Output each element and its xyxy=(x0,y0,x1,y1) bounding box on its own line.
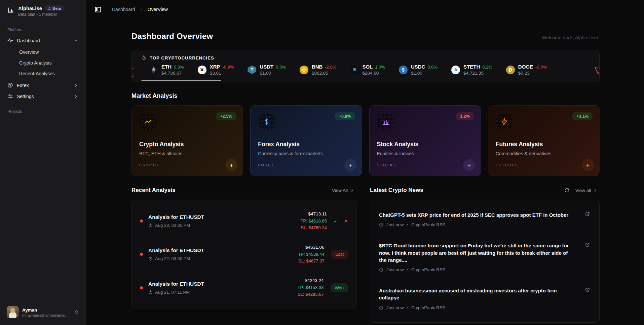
analysis-title: Analysis for ETHUSDT xyxy=(148,214,204,220)
breadcrumb: Dashboard OverView xyxy=(112,7,168,12)
sidebar-item-settings[interactable]: Settings xyxy=(5,91,81,102)
card-subtitle: BTC, ETH & altcoins xyxy=(139,151,235,156)
page-content: Dashboard Overview Welcome back, Alpha U… xyxy=(86,19,644,325)
analysis-title: Analysis for ETHUSDT xyxy=(148,281,204,287)
ticker-item-eth[interactable]: ETH0.3% $4,736.67 xyxy=(149,64,184,76)
red-dot-icon xyxy=(140,219,143,222)
add-crypto-analysis-button[interactable]: + xyxy=(225,159,237,171)
breadcrumb-overview: OverView xyxy=(148,7,168,12)
ticker-item-doge[interactable]: Ð DOGE-3.0% $0.23 xyxy=(506,64,547,76)
news-title: $BTC Good bounce from support on Friday … xyxy=(379,242,575,263)
clock-icon xyxy=(379,268,383,272)
ticker-symbol: XRP xyxy=(210,64,220,70)
ticker-item-steth[interactable]: STETH0.2% $4,721.35 xyxy=(451,64,492,76)
ticker-price: $862.85 xyxy=(312,71,336,76)
change-badge: +0.8% xyxy=(335,112,355,120)
refresh-button[interactable] xyxy=(564,188,569,193)
analysis-row-2[interactable]: Analysis for ETHUSDT Aug 22, 03:50 PM $4… xyxy=(140,244,348,265)
ticker-item-usdt[interactable]: T USDT0.0% $1.00 xyxy=(248,64,286,76)
ticker-symbol: STETH xyxy=(463,64,480,70)
analysis-price: $4631.06 xyxy=(298,244,324,251)
external-link-icon[interactable] xyxy=(585,287,590,292)
card-subtitle: Commodities & derivatives xyxy=(496,151,592,156)
mark-won-button[interactable]: ✓ xyxy=(334,218,338,224)
analysis-tp: TP: $4538.44 xyxy=(298,251,324,258)
news-source: CryptoPanic RSS xyxy=(411,267,445,272)
analysis-row-1[interactable]: Analysis for ETHUSDT Aug 23, 02:35 PM $4… xyxy=(140,211,348,231)
usdc-icon: $ xyxy=(399,66,408,74)
analysis-price: $4243.24 xyxy=(297,277,324,284)
clock-icon xyxy=(148,256,153,261)
analysis-row-3[interactable]: Analysis for ETHUSDT Aug 21, 07:11 PM $4… xyxy=(140,277,348,298)
ticker-change: 0.0% xyxy=(427,65,438,70)
news-item-2[interactable]: $BTC Good bounce from support on Friday … xyxy=(379,242,591,272)
ticker-symbol: USDC xyxy=(411,64,425,70)
user-email: mr.aymanazhar.m@gmai... xyxy=(22,313,69,317)
sidebar-item-recent-analyses[interactable]: Recent-Analyses xyxy=(10,68,81,79)
activity-icon xyxy=(7,38,13,43)
user-name: Ayman xyxy=(22,308,69,313)
ticker-price: $1.00 xyxy=(411,71,438,76)
futures-analysis-card[interactable]: +3.1% Futures Analysis Commodities & der… xyxy=(488,105,600,176)
user-menu[interactable]: Ayman mr.aymanazhar.m@gmai... xyxy=(5,304,81,320)
sidebar-item-crypto-analysis[interactable]: Crypto Analysis xyxy=(10,57,81,68)
analysis-date: Aug 21, 07:11 PM xyxy=(155,290,190,295)
analysis-date: Aug 23, 02:35 PM xyxy=(155,223,190,228)
market-analysis-title: Market Analysis xyxy=(131,92,600,99)
external-link-icon[interactable] xyxy=(585,242,590,247)
chevron-right-icon xyxy=(139,7,144,12)
recent-view-all-link[interactable]: View All xyxy=(330,188,356,193)
workspace-header[interactable]: AlphaLise Beta Beta plan • 1 member xyxy=(5,4,81,18)
ticker-symbol: SOL xyxy=(362,64,373,70)
news-time: Just now xyxy=(386,305,404,310)
ticker-clipped-item-right xyxy=(594,66,600,76)
analysis-tp: TP: $4618.85 xyxy=(301,218,327,225)
analysis-sl: SL: $4677.37 xyxy=(298,258,324,265)
ticker-change: 0.2% xyxy=(482,65,492,70)
news-view-all-link[interactable]: View all xyxy=(573,188,600,193)
add-forex-analysis-button[interactable]: + xyxy=(344,159,356,171)
ticker-change: -3.0% xyxy=(535,65,547,70)
ticker-price: $204.60 xyxy=(362,71,385,76)
chevron-up-down-icon xyxy=(74,310,79,315)
analysis-title: Analysis for ETHUSDT xyxy=(148,247,204,253)
news-item-1[interactable]: ChatGPT-5 sets XRP price for end of 2025… xyxy=(379,211,591,227)
sidebar-item-dashboard[interactable]: Dashboard xyxy=(5,35,81,46)
recent-analysis-card: Analysis for ETHUSDT Aug 23, 02:35 PM $4… xyxy=(131,200,356,309)
sidebar-item-overview[interactable]: Overview xyxy=(10,47,81,57)
add-stock-analysis-button[interactable]: + xyxy=(463,159,475,171)
app-root: AlphaLise Beta Beta plan • 1 member Plat… xyxy=(0,0,644,325)
ticker-row: ETH0.3% $4,736.67 ✕ XRP-0.9% $3.01 T xyxy=(132,64,599,76)
ticker-item-usdc[interactable]: $ USDC0.0% $1.00 xyxy=(399,64,438,76)
sidebar-item-forex[interactable]: Forex xyxy=(5,80,81,91)
ticker-item-xrp[interactable]: ✕ XRP-0.9% $3.01 xyxy=(198,64,234,76)
usdt-icon: T xyxy=(248,66,256,74)
analysis-tp: TP: $4158.38 xyxy=(297,284,324,291)
analysis-sl: SL: $4760.24 xyxy=(301,225,327,231)
ticker-item-sol[interactable]: SOL1.0% $204.60 xyxy=(350,64,385,76)
add-futures-analysis-button[interactable]: + xyxy=(582,159,594,171)
breadcrumb-dashboard[interactable]: Dashboard xyxy=(112,7,135,12)
status-badge-won: Won xyxy=(331,283,348,292)
clock-icon xyxy=(148,290,153,294)
mark-lost-button[interactable]: ✕ xyxy=(344,218,348,224)
red-dot-icon xyxy=(140,286,143,289)
card-tag: CRYPTO xyxy=(139,163,159,167)
refresh-icon xyxy=(564,188,569,193)
sidebar-toggle-button[interactable] xyxy=(93,5,102,14)
dot-separator: • xyxy=(407,222,408,227)
sol-icon xyxy=(350,66,359,74)
ticker-symbol: ETH xyxy=(161,64,172,70)
external-link-icon[interactable] xyxy=(585,212,590,216)
ticker-item-bnb[interactable]: BNB-2.8% $862.85 xyxy=(300,64,336,76)
crypto-analysis-card[interactable]: +2.5% Crypto Analysis BTC, ETH & altcoin… xyxy=(131,105,243,176)
ticker-scrollbar[interactable] xyxy=(141,80,221,81)
card-subtitle: Equities & indices xyxy=(377,151,473,156)
chevron-right-icon xyxy=(74,83,78,88)
news-item-3[interactable]: Australian businessman accused of mislea… xyxy=(379,287,591,310)
change-badge: +3.1% xyxy=(572,112,593,120)
forex-analysis-card[interactable]: +0.8% Forex Analysis Currency pairs & fo… xyxy=(250,105,362,176)
chevron-down-icon xyxy=(74,38,78,43)
ticker-change: -0.9% xyxy=(222,65,234,70)
stock-analysis-card[interactable]: 1.2% Stock Analysis Equities & indices S… xyxy=(369,105,481,176)
